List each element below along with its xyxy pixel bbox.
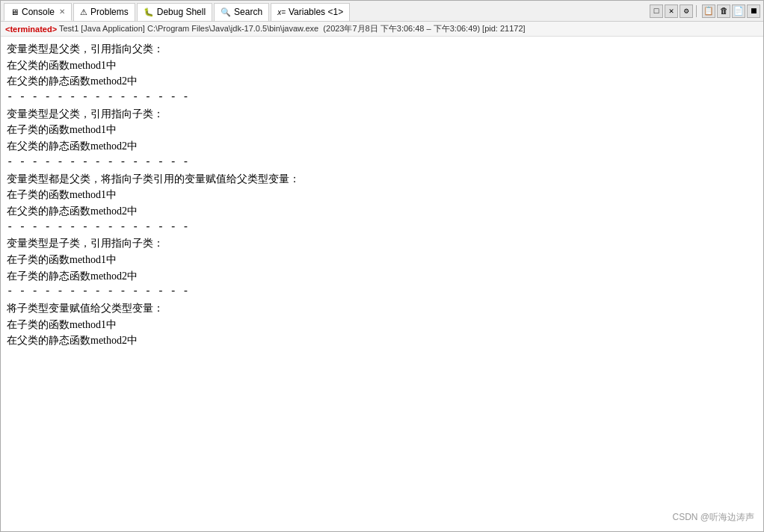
console-output[interactable]: 变量类型是父类，引用指向父类： 在父类的函数method1中 在父类的静态函数m…	[1, 37, 763, 531]
output-line-7: 变量类型都是父类，将指向子类引用的变量赋值给父类型变量：	[7, 171, 757, 188]
maximize-btn[interactable]: ✕	[665, 4, 678, 18]
output-line-12: 在子类的静态函数method2中	[7, 268, 757, 285]
output-line-15: 在父类的静态函数method2中	[7, 332, 757, 349]
settings-btn[interactable]: ⚙	[680, 4, 693, 18]
console-icon: 🖥	[10, 7, 19, 16]
content-area: 变量类型是父类，引用指向父类： 在父类的函数method1中 在父类的静态函数m…	[1, 37, 763, 531]
main-window: 🖥 Console ✕ ⚠ Problems 🐛 Debug Shell 🔍 S…	[0, 0, 764, 532]
separator-1: - - - - - - - - - - - - - - -	[7, 90, 757, 106]
tab-problems-label: Problems	[90, 7, 129, 17]
clear-btn[interactable]: 🗑	[717, 4, 730, 18]
tab-search-label: Search	[234, 7, 262, 17]
output-line-4: 变量类型是父类，引用指向子类：	[7, 106, 757, 123]
stop-btn[interactable]: ⏹	[747, 4, 760, 18]
search-icon: 🔍	[221, 7, 231, 17]
output-line-14: 在子类的函数method1中	[7, 317, 757, 333]
tab-variables[interactable]: x= Variables <1>	[271, 3, 350, 21]
output-line-13: 将子类型变量赋值给父类型变量：	[7, 300, 757, 317]
output-line-1: 变量类型是父类，引用指向父类：	[7, 41, 757, 58]
status-text: Test1 [Java Application] C:\Program File…	[57, 23, 526, 34]
output-line-9: 在父类的静态函数method2中	[7, 203, 757, 220]
debug-shell-icon: 🐛	[144, 7, 154, 17]
scroll-lock-btn[interactable]: 📄	[732, 4, 745, 18]
tab-debug-shell-label: Debug Shell	[157, 7, 206, 17]
output-line-6: 在父类的静态函数method2中	[7, 138, 757, 155]
status-bar: <terminated> Test1 [Java Application] C:…	[1, 22, 763, 37]
output-line-2: 在父类的函数method1中	[7, 58, 757, 74]
output-line-3: 在父类的静态函数method2中	[7, 73, 757, 90]
minimize-btn[interactable]: □	[650, 4, 663, 18]
tab-search[interactable]: 🔍 Search	[214, 3, 269, 21]
output-line-5: 在子类的函数method1中	[7, 122, 757, 138]
output-line-10: 变量类型是子类，引用指向子类：	[7, 235, 757, 252]
tab-console-label: Console	[22, 7, 55, 17]
problems-icon: ⚠	[80, 7, 87, 17]
divider	[696, 5, 699, 17]
tab-problems[interactable]: ⚠ Problems	[73, 3, 135, 21]
console-close-btn[interactable]: ✕	[59, 7, 65, 16]
output-line-11: 在子类的函数method1中	[7, 252, 757, 268]
separator-2: - - - - - - - - - - - - - - -	[7, 155, 757, 171]
tab-debug-shell[interactable]: 🐛 Debug Shell	[137, 3, 212, 21]
terminated-label: <terminated>	[5, 25, 57, 34]
variables-icon: x=	[277, 8, 286, 16]
tab-bar: 🖥 Console ✕ ⚠ Problems 🐛 Debug Shell 🔍 S…	[1, 1, 763, 22]
copy-btn[interactable]: 📋	[702, 4, 715, 18]
tab-console[interactable]: 🖥 Console ✕	[4, 3, 72, 21]
separator-3: - - - - - - - - - - - - - - -	[7, 220, 757, 236]
separator-4: - - - - - - - - - - - - - - -	[7, 284, 757, 300]
output-line-8: 在子类的函数method1中	[7, 187, 757, 203]
watermark: CSDN @听海边涛声	[672, 511, 754, 524]
tab-variables-label: Variables <1>	[289, 7, 343, 17]
